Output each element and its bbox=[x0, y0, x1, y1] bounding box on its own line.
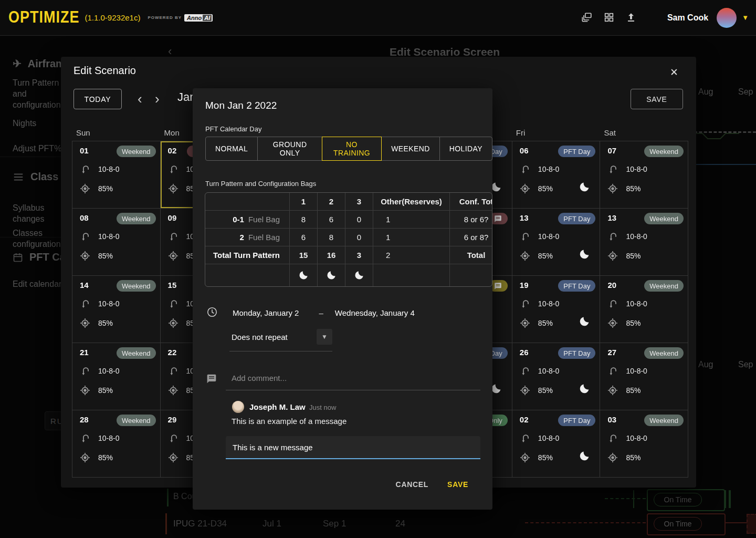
pft-percent-value: 85% bbox=[626, 386, 640, 395]
new-comment-input[interactable] bbox=[226, 436, 480, 459]
turn-pattern-icon bbox=[607, 163, 619, 175]
user-avatar[interactable] bbox=[717, 8, 737, 28]
comment-icon bbox=[206, 374, 217, 386]
night-icon bbox=[290, 264, 318, 287]
calendar-day-cell[interactable]: 08Weekend10-8-085% bbox=[72, 209, 161, 276]
day-type-button-holiday[interactable]: HOLIDAY bbox=[439, 137, 492, 161]
comment-timestamp: Just now bbox=[309, 404, 336, 411]
day-header: Fri bbox=[512, 128, 600, 141]
date-range-row: Monday, January 2 – Wednesday, January 4 bbox=[206, 306, 415, 319]
calendar-day-cell[interactable]: 13PFT Day10-8-085% bbox=[512, 209, 601, 276]
calendar-day-cell[interactable]: 14Weekend10-8-085% bbox=[72, 276, 161, 343]
calendar-day-cell[interactable]: 13Weekend10-8-085% bbox=[600, 209, 688, 276]
sidebar-item: Turn Pattern and configuration bbox=[13, 77, 61, 110]
calendar-day-cell[interactable]: 19PFT Day10-8-085% bbox=[512, 276, 601, 343]
sidebar-item: Classes configuration bbox=[13, 227, 61, 250]
turn-pattern-value: 10-8-0 bbox=[626, 165, 647, 173]
row-date: Sep 1 bbox=[323, 519, 346, 529]
turn-pattern-value: 10-8-0 bbox=[98, 232, 119, 241]
prev-month-icon[interactable]: ‹ bbox=[138, 91, 142, 106]
save-button[interactable]: SAVE bbox=[446, 477, 469, 492]
day-type-button-no-training[interactable]: NO TRAINING bbox=[322, 137, 382, 161]
pft-target-icon bbox=[606, 451, 619, 464]
turn-pattern-icon bbox=[80, 163, 91, 175]
day-type-button-ground-only[interactable]: GROUND ONLY bbox=[257, 137, 322, 161]
brand-badge: AnnoAI bbox=[184, 14, 213, 22]
pft-percent-value: 85% bbox=[98, 252, 113, 260]
table-row: 2Fuel Bag68016 or 8? bbox=[205, 229, 492, 246]
pft-target-icon bbox=[167, 250, 180, 262]
range-end-date[interactable]: Wednesday, January 4 bbox=[335, 308, 415, 317]
row-label: IPUG 21-D34 bbox=[173, 519, 227, 529]
gantt-hatch-block bbox=[724, 490, 733, 508]
day-type-button-normal[interactable]: NORMAL bbox=[205, 137, 258, 161]
calendar-day-cell[interactable]: 03Weekend10-8-085% bbox=[600, 410, 688, 478]
pft-target-icon bbox=[519, 317, 531, 329]
col-header: Conf. Tot bbox=[450, 193, 493, 211]
day-number: 14 bbox=[80, 281, 89, 289]
pft-percent-value: 85% bbox=[626, 319, 640, 327]
day-number: 21 bbox=[80, 348, 89, 357]
comment-author-avatar bbox=[232, 401, 244, 413]
chevron-down-icon[interactable]: ▼ bbox=[317, 329, 332, 345]
windows-icon[interactable] bbox=[581, 12, 594, 24]
repeat-select[interactable]: Does not repeat ▼ bbox=[229, 329, 332, 351]
calendar-day-cell[interactable]: 26PFT Day10-8-085% bbox=[512, 343, 601, 410]
pft-target-icon bbox=[79, 317, 91, 329]
month-label: Aug bbox=[698, 360, 713, 369]
calendar-day-cell[interactable]: 27Weekend10-8-085% bbox=[600, 343, 688, 410]
pft-percent-value: 85% bbox=[98, 184, 113, 193]
turn-pattern-value: 10-8-0 bbox=[626, 299, 647, 308]
turn-pattern-table: 123Other(Reserves)Conf. Tot0-1Fuel Bag86… bbox=[205, 192, 492, 287]
calendar-day-cell[interactable]: 20Weekend10-8-085% bbox=[600, 276, 688, 343]
sidebar-divider bbox=[0, 157, 61, 157]
user-menu-caret-icon[interactable]: ▼ bbox=[742, 14, 749, 22]
calendar-day-cell[interactable]: 21Weekend10-8-085% bbox=[72, 343, 161, 410]
day-type-badge: Weekend bbox=[117, 213, 156, 224]
calendar-day-cell[interactable]: 07Weekend10-8-085% bbox=[600, 141, 688, 209]
upload-icon[interactable] bbox=[625, 12, 638, 24]
calendar-day-cell[interactable]: 06PFT Day10-8-085% bbox=[512, 141, 601, 209]
day-type-badge: Weekend bbox=[117, 415, 156, 426]
brand-suffix: AI bbox=[203, 15, 212, 21]
clock-icon bbox=[206, 306, 218, 319]
close-icon[interactable]: ✕ bbox=[667, 63, 681, 81]
turn-pattern-value: 10-8-0 bbox=[626, 367, 647, 375]
row-date: Jul 1 bbox=[262, 519, 281, 529]
brand-name: Anno bbox=[187, 15, 202, 21]
pft-percent-value: 85% bbox=[626, 184, 640, 193]
scenario-save-button[interactable]: SAVE bbox=[631, 89, 683, 109]
day-number: 29 bbox=[168, 415, 177, 424]
grid-icon[interactable] bbox=[603, 12, 616, 24]
turn-pattern-value: 10-8-0 bbox=[98, 165, 119, 173]
night-icon bbox=[579, 316, 590, 329]
day-number: 06 bbox=[520, 146, 529, 155]
range-start-date[interactable]: Monday, January 2 bbox=[233, 308, 299, 317]
day-number: 27 bbox=[607, 348, 616, 357]
day-type-button-weekend[interactable]: WEEKEND bbox=[381, 137, 440, 161]
calendar-day-cell[interactable]: 01Weekend10-8-085% bbox=[72, 141, 161, 209]
month-label: Aug bbox=[698, 87, 713, 97]
pft-target-icon bbox=[519, 451, 531, 464]
turn-pattern-icon bbox=[168, 231, 180, 242]
pft-target-icon bbox=[606, 250, 619, 262]
day-number: 22 bbox=[168, 348, 177, 357]
turn-pattern-icon bbox=[80, 365, 91, 377]
pft-target-icon bbox=[79, 182, 91, 195]
sidebar-item: Adjust PFT% bbox=[13, 143, 61, 154]
turn-pattern-value: 10-8-0 bbox=[98, 434, 119, 442]
today-button[interactable]: TODAY bbox=[74, 89, 122, 109]
cancel-button[interactable]: CANCEL bbox=[395, 477, 430, 492]
next-month-icon[interactable]: › bbox=[155, 91, 160, 106]
col-header: 3 bbox=[345, 193, 373, 211]
add-comment-field[interactable]: Add comment... bbox=[232, 374, 287, 382]
col-header: Other(Reserves) bbox=[373, 193, 450, 211]
day-number: 15 bbox=[168, 281, 177, 289]
gantt-dashed-connector bbox=[525, 522, 646, 523]
day-edit-dialog: Mon Jan 2 2022 PFT Calendar Day NORMALGR… bbox=[193, 88, 492, 510]
calendar-day-cell[interactable]: 02PFT Day10-8-085% bbox=[512, 410, 601, 478]
app-version: (1.1.0-9232e1c) bbox=[85, 13, 141, 22]
user-name: Sam Cook bbox=[667, 13, 708, 23]
calendar-day-cell[interactable]: 28Weekend10-8-085% bbox=[72, 410, 161, 478]
month-label: Sep bbox=[738, 87, 753, 97]
